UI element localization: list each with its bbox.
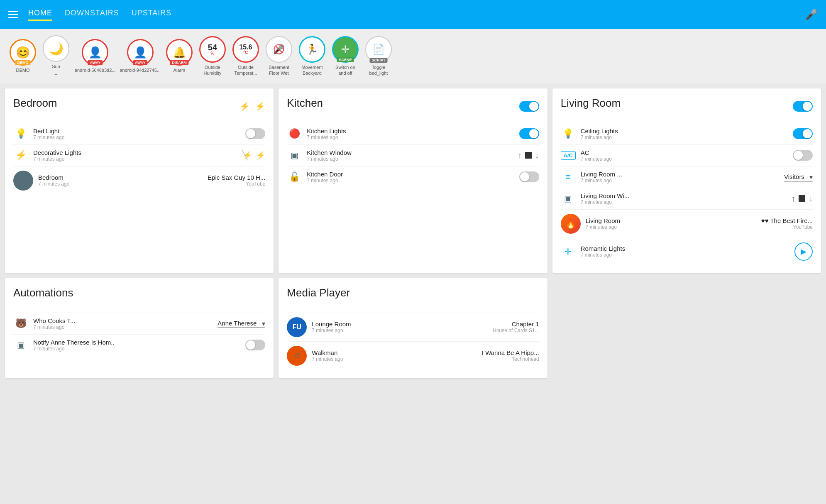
living-room-track: ♥♥ The Best Fire... (761, 217, 813, 224)
flash-icon-decorative: ⚡ (256, 151, 265, 160)
bedroom-source: YouTube (208, 181, 265, 187)
living-room-media-name: Living Room (586, 217, 761, 224)
ac-toggle[interactable] (793, 150, 813, 161)
lr-window-down-icon[interactable]: ↓ (809, 194, 813, 203)
automations-card: Automations 🐻 Who Cooks T... 7 minutes a… (5, 278, 274, 378)
menu-icon[interactable] (8, 11, 18, 18)
humidity-unit: % (208, 51, 217, 56)
status-movement[interactable]: 🏃 MovementBackyard (298, 36, 327, 76)
bedroom-card: Bedroom ⚡ ⚡ 💡 Bed Light 7 minutes ago ⚡ … (5, 88, 274, 273)
living-room-list-time: 7 minutes ago (581, 178, 784, 183)
alarm-badge: DISARM (170, 60, 189, 65)
living-room-window-name: Living Room Wi... (581, 192, 791, 199)
ceiling-lights-time: 7 minutes ago (581, 135, 793, 140)
lounge-time: 7 minutes ago (312, 328, 493, 333)
basement-label: BasementFloor Wet (269, 64, 289, 76)
living-room-dropdown[interactable]: Visitors Normal Party (784, 172, 813, 181)
status-humidity[interactable]: 54 % OutsideHumidity (198, 36, 227, 76)
status-temp[interactable]: 15.6 °C OutsideTemperat... (231, 36, 260, 76)
scene-badge: SCENE (337, 57, 354, 62)
living-room-dropdown-row: ≡ Living Room ... 7 minutes ago Visitors… (561, 166, 813, 188)
nav-downstairs[interactable]: DOWNSTAIRS (65, 9, 119, 21)
away1-label: android-5646b3d2... (75, 67, 115, 73)
humidity-value: 54 (208, 43, 217, 51)
scene-icon: ✛ (341, 44, 349, 55)
bed-light-row: 💡 Bed Light 7 minutes ago (13, 123, 265, 144)
bedroom-avatar: 🎵 (13, 171, 33, 191)
notify-toggle[interactable] (245, 340, 265, 350)
ceiling-lights-toggle[interactable] (793, 128, 813, 139)
mic-icon[interactable]: 🎤 (805, 9, 818, 20)
status-scene[interactable]: ✛ SCENE Switch onand off (331, 36, 360, 76)
bedroom-title: Bedroom (13, 97, 57, 110)
bed-light-toggle[interactable] (245, 128, 265, 139)
who-cooks-dropdown[interactable]: Anne Therese Other (217, 319, 265, 328)
lr-window-up-icon[interactable]: ↑ (791, 194, 795, 203)
status-script[interactable]: 📄 SCRIPT Togglebed_light (364, 36, 393, 76)
walkman-subtitle: Technohead (482, 356, 539, 362)
kitchen-door-name: Kitchen Door (307, 171, 519, 178)
window-stop-icon[interactable] (525, 152, 532, 159)
media-player-card: Media Player FU Lounge Room 7 minutes ag… (279, 278, 547, 378)
bear-icon: 🐻 (13, 318, 28, 329)
kitchen-door-row: 🔓 Kitchen Door 7 minutes ago (287, 166, 539, 188)
app-header: HOME DOWNSTAIRS UPSTAIRS 🎤 (0, 0, 826, 29)
kitchen-card: Kitchen 🔴 Kitchen Lights 7 minutes ago ▣… (279, 88, 547, 273)
walkman-track: I Wanna Be A Hipp... (482, 349, 539, 356)
status-alarm[interactable]: 🔔 DISARM Alarm (165, 39, 194, 73)
kitchen-lights-toggle[interactable] (519, 128, 539, 139)
lock-icon: 🔓 (287, 171, 302, 182)
window-down-icon[interactable]: ↓ (535, 151, 539, 160)
decorative-lights-time: 7 minutes ago (33, 156, 243, 162)
movement-label: MovementBackyard (301, 64, 323, 76)
status-sun[interactable]: 🌙 Sun -- (42, 35, 71, 77)
kitchen-lights-time: 7 minutes ago (307, 135, 519, 140)
main-nav: HOME DOWNSTAIRS UPSTAIRS (28, 9, 805, 21)
who-cooks-time: 7 minutes ago (33, 324, 217, 330)
lr-window-stop-icon[interactable] (799, 195, 805, 202)
status-away2[interactable]: 👤 AWAY android-94d22745... (120, 39, 160, 73)
face-icon: 😊 (16, 46, 30, 59)
lounge-name: Lounge Room (312, 321, 493, 328)
walkman-row: 🎵 Walkman 7 minutes ago I Wanna Be A Hip… (287, 341, 539, 370)
sun-label: Sun (52, 64, 60, 69)
away2-badge: AWAY (133, 60, 148, 65)
kitchen-window-time: 7 minutes ago (307, 156, 517, 162)
who-cooks-row: 🐻 Who Cooks T... 7 minutes ago Anne Ther… (13, 313, 265, 334)
away1-badge: AWAY (88, 60, 103, 65)
ac-name: AC (581, 149, 793, 156)
kitchen-title: Kitchen (287, 97, 323, 110)
mic-off-icon: 🎤 🚫 (273, 44, 284, 55)
nav-upstairs[interactable]: UPSTAIRS (132, 9, 172, 21)
flash-icon: ⚡ (255, 101, 265, 111)
status-basement[interactable]: 🎤 🚫 BasementFloor Wet (264, 36, 293, 76)
status-away1[interactable]: 👤 AWAY android-5646b3d2... (75, 39, 115, 73)
kitchen-window-name: Kitchen Window (307, 149, 517, 156)
crosshair-icon: ✛ (561, 247, 576, 257)
kitchen-window-ctrl: ↑ ↓ (518, 151, 539, 160)
bulb-red-icon: 🔴 (287, 128, 302, 139)
bell-icon: 🔔 (173, 46, 186, 59)
status-demo[interactable]: 😊 DEMO DEMO (8, 39, 37, 73)
main-content: Bedroom ⚡ ⚡ 💡 Bed Light 7 minutes ago ⚡ … (0, 83, 826, 383)
kitchen-main-toggle[interactable] (519, 101, 539, 112)
living-room-title: Living Room (561, 97, 621, 110)
living-room-window-time: 7 minutes ago (581, 199, 791, 205)
kitchen-window-row: ▣ Kitchen Window 7 minutes ago ↑ ↓ (287, 144, 539, 166)
run-icon: 🏃 (306, 44, 318, 55)
window-up-icon[interactable]: ↑ (518, 151, 522, 160)
romantic-lights-play[interactable]: ▶ (794, 242, 813, 261)
kitchen-door-time: 7 minutes ago (307, 178, 519, 183)
moon-icon: 🌙 (49, 42, 64, 56)
kitchen-door-toggle[interactable] (519, 171, 539, 182)
temp-unit: °C (239, 51, 252, 55)
alarm-label: Alarm (174, 67, 186, 73)
ac-icon: A/C (561, 151, 576, 160)
no-flash-icon-decorative: ⚡╲ (243, 151, 252, 160)
nav-home[interactable]: HOME (28, 9, 52, 21)
living-room-media-time: 7 minutes ago (586, 224, 761, 230)
living-room-main-toggle[interactable] (793, 101, 813, 112)
bedroom-media-time: 7 minutes ago (38, 181, 208, 187)
window-icon-auto: ▣ (13, 340, 28, 350)
kitchen-lights-row: 🔴 Kitchen Lights 7 minutes ago (287, 123, 539, 144)
